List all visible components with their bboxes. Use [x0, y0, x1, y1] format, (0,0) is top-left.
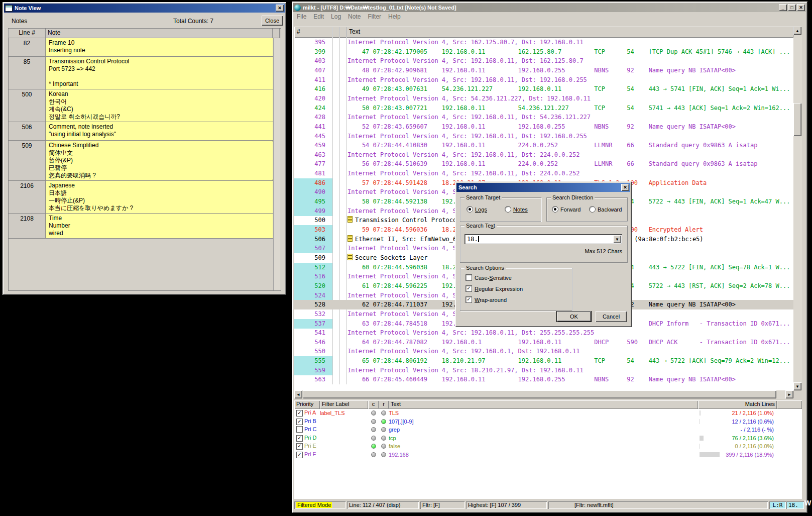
vertical-scrollbar[interactable]: ▲ ▼	[793, 27, 802, 390]
log-row[interactable]: 541Internet Protocol Version 4, Src: 192…	[294, 328, 793, 338]
note-view-titlebar[interactable]: Note View ✕	[4, 4, 285, 13]
filter-col-label[interactable]: Filter Label	[320, 400, 368, 409]
log-row[interactable]: 395Internet Protocol Version 4, Src: 162…	[294, 38, 793, 47]
notes-scrollbar[interactable]	[273, 38, 281, 290]
log-col-bookmark[interactable]	[332, 27, 339, 38]
log-line-number: 503	[294, 225, 332, 235]
note-row[interactable]: 82Frame 10 Inserting note	[9, 38, 281, 57]
search-close-icon[interactable]: ✕	[621, 184, 629, 191]
log-row[interactable]: 459 54 07:28:44.410830 192.168.0.11 224.…	[294, 141, 793, 150]
menu-filter[interactable]: Filter	[364, 13, 385, 20]
filter-enabled-checkbox[interactable]: ✓	[296, 419, 303, 425]
close-button[interactable]: Close	[262, 16, 283, 26]
scroll-right-icon[interactable]: ►	[785, 390, 793, 398]
note-text: Frame 10 Inserting note	[46, 38, 273, 56]
filter-col-match-lines[interactable]: Match Lines	[698, 400, 777, 409]
radio-forward[interactable]: Forward	[552, 206, 581, 213]
note-row[interactable]: 2106Japanese 日本語 一時停止(&P) 本当に圧縮を取りやめますか …	[9, 181, 281, 214]
menu-log[interactable]: Log	[327, 13, 344, 20]
log-col-note[interactable]	[339, 27, 346, 38]
log-row[interactable]: 546 64 07:28:44.787082 192.168.0.1 192.1…	[294, 338, 793, 347]
radio-backward[interactable]: Backward	[589, 206, 622, 213]
log-row[interactable]: 420Internet Protocol Version 4, Src: 54.…	[294, 94, 793, 104]
log-row[interactable]: 416 49 07:28:43.007631 54.236.121.227 19…	[294, 84, 793, 94]
log-col-text[interactable]: Text	[346, 27, 793, 38]
search-dialog-titlebar[interactable]: Search ✕	[456, 183, 630, 192]
note-view-app-icon	[5, 5, 13, 12]
filter-enabled-checkbox[interactable]	[296, 426, 303, 433]
log-row[interactable]: 550Internet Protocol Version 4, Src: 192…	[294, 347, 793, 356]
ok-button[interactable]: OK	[556, 311, 592, 322]
log-line-number: 441	[294, 122, 325, 132]
note-row[interactable]: 509Chinese Simplified 简体中文 暂停(&P) 已暂停 您真…	[9, 141, 281, 181]
minimize-icon[interactable]: _	[779, 4, 787, 11]
maximize-icon[interactable]: □	[788, 4, 796, 11]
search-history-dropdown-icon[interactable]: ▼	[613, 235, 621, 243]
note-view-close-icon[interactable]: ✕	[276, 5, 284, 12]
filter-enabled-checkbox[interactable]: ✓	[296, 452, 303, 458]
radio-notes[interactable]: Notes	[505, 206, 528, 213]
filter-enabled-checkbox[interactable]: ✓	[296, 410, 303, 417]
search-text-input[interactable]: 18. ▼	[465, 234, 622, 244]
filter-col-r[interactable]: r	[379, 400, 389, 409]
checkbox-case-sensitive[interactable]: Case-Sensitive	[466, 274, 512, 281]
note-row[interactable]: 85Transmission Control Protocol Port 572…	[9, 57, 281, 89]
note-row[interactable]: 2108Time Number wired	[9, 214, 281, 239]
radio-logs[interactable]: Logs	[467, 206, 487, 213]
menu-edit[interactable]: Edit	[310, 13, 327, 20]
main-titlebar[interactable]: milkt - [UTF8] D:₩Data₩testlog_01.txt [N…	[293, 3, 806, 12]
cancel-button[interactable]: Cancel	[596, 311, 627, 322]
radio-logs-circle	[467, 206, 473, 213]
match-histogram-bar	[700, 410, 701, 416]
log-row[interactable]: 428Internet Protocol Version 4, Src: 192…	[294, 113, 793, 122]
log-row[interactable]: 403Internet Protocol Version 4, Src: 192…	[294, 56, 793, 66]
log-row[interactable]: 463Internet Protocol Version 4, Src: 192…	[294, 150, 793, 160]
menu-note[interactable]: Note	[344, 13, 364, 20]
close-icon[interactable]: ✕	[797, 4, 805, 11]
log-row[interactable]: 399 47 07:28:42.179005 192.168.0.11 162.…	[294, 47, 793, 57]
note-row[interactable]: 500Korean 한국어 계속(&C) 정말로 취소하시겠습니까?	[9, 89, 281, 122]
checkbox-regular-expression[interactable]: ✓Regular Expression	[466, 285, 523, 292]
filter-enabled-checkbox[interactable]: ✓	[296, 443, 303, 450]
log-row[interactable]: 563 66 07:28:45.460449 192.168.0.11 192.…	[294, 375, 793, 384]
filter-priority-label: Pri E	[304, 443, 316, 449]
scroll-down-icon[interactable]: ▼	[793, 382, 801, 390]
horizontal-scroll-thumb[interactable]	[303, 390, 776, 398]
log-row[interactable]: 555 65 07:28:44.806192 18.210.21.97 192.…	[294, 356, 793, 366]
checkbox-wrap-around[interactable]: ✓Wrap-around	[466, 296, 507, 303]
log-row[interactable]: 445Internet Protocol Version 4, Src: 192…	[294, 132, 793, 141]
note-text: Transmission Control Protocol Port 5723 …	[46, 57, 273, 89]
note-column-header[interactable]: Note	[46, 29, 273, 38]
horizontal-scrollbar[interactable]: ◄ ►	[294, 390, 793, 399]
line-number-column-header[interactable]: Line #	[9, 29, 46, 38]
note-row[interactable]: 506Comment, note inserted "using initial…	[9, 122, 281, 141]
filter-pattern-text: 192.168	[389, 452, 698, 458]
filter-row[interactable]: Pri Cgrep- / 2,116 (- %)	[294, 426, 802, 434]
filter-r-led	[381, 410, 386, 416]
scroll-left-icon[interactable]: ◄	[294, 390, 302, 398]
log-row[interactable]: 424 50 07:28:43.007721 192.168.0.11 54.2…	[294, 104, 793, 113]
menu-help[interactable]: Help	[385, 13, 404, 20]
filter-col-priority[interactable]: Priority	[294, 400, 320, 409]
log-row[interactable]: 407 48 07:28:42.909681 192.168.0.11 192.…	[294, 66, 793, 75]
filter-col-text[interactable]: Text	[389, 400, 698, 409]
log-line-number: 490	[294, 187, 332, 197]
note-text: Comment, note inserted "using initial lo…	[46, 122, 273, 140]
filter-row[interactable]: ✓Pri F192.168399 / 2,116 (18.9%)	[294, 451, 802, 459]
filter-row[interactable]: ✓Pri B107[.][0-9]12 / 2,116 (0.6%)	[294, 418, 802, 426]
log-row[interactable]: 411Internet Protocol Version 4, Src: 192…	[294, 75, 793, 85]
scroll-up-icon[interactable]: ▲	[793, 27, 801, 35]
filter-row[interactable]: ✓Pri Alabel_TLSTLS21 / 2,116 (1.0%)	[294, 409, 802, 417]
filter-row[interactable]: ✓Pri Efalse0 / 2,116 (0.0%)	[294, 442, 802, 450]
log-row[interactable]: 441 52 07:28:43.659607 192.168.0.11 192.…	[294, 122, 793, 132]
vertical-scroll-thumb[interactable]	[793, 103, 801, 136]
filter-col-c[interactable]: c	[368, 400, 379, 409]
log-row[interactable]: 559Internet Protocol Version 4, Src: 18.…	[294, 366, 793, 375]
filter-enabled-checkbox[interactable]: ✓	[296, 435, 303, 442]
filter-row[interactable]: ✓Pri Dtcp76 / 2,116 (3.6%)	[294, 434, 802, 442]
log-row[interactable]: 477 56 07:28:44.510639 192.168.0.11 224.…	[294, 159, 793, 169]
log-row[interactable]: 481Internet Protocol Version 4, Src: 192…	[294, 169, 793, 178]
log-line-number: 486	[294, 178, 332, 188]
menu-file[interactable]: File	[293, 13, 310, 20]
log-col-number[interactable]: #	[294, 27, 332, 38]
